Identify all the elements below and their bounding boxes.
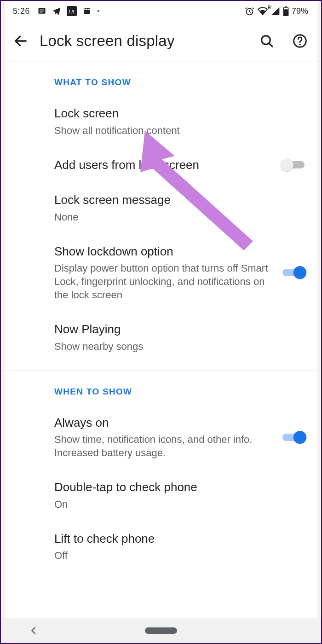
row-show-lockdown[interactable]: Show lockdown option Display power butto…: [5, 234, 317, 312]
lr-app-icon: LR: [67, 6, 77, 16]
svg-rect-9: [283, 9, 288, 16]
row-lock-screen-message[interactable]: Lock screen message None: [5, 182, 317, 234]
row-title: Lift to check phone: [54, 531, 306, 546]
row-add-users[interactable]: Add users from lock screen: [5, 147, 317, 183]
section-header-what-to-show: WHAT TO SHOW: [5, 62, 317, 96]
row-subtitle: Show time, notification icons, and other…: [54, 433, 271, 459]
toggle-always-on[interactable]: [281, 430, 306, 445]
row-title: Lock screen message: [54, 192, 306, 208]
row-now-playing[interactable]: Now Playing Show nearby songs: [5, 312, 317, 363]
search-icon[interactable]: [259, 34, 274, 48]
row-subtitle: Show nearby songs: [54, 340, 306, 353]
more-dot-icon: •: [97, 7, 100, 15]
wifi-icon: R: [257, 6, 268, 16]
row-title: Show lockdown option: [54, 244, 271, 259]
message-icon: [37, 6, 46, 16]
svg-line-12: [269, 43, 272, 46]
row-title: Now Playing: [54, 322, 306, 337]
movie-icon: [82, 6, 92, 16]
row-title: Double-tap to check phone: [54, 480, 306, 495]
status-bar: 5:26 LR •: [5, 2, 317, 20]
row-subtitle: Off: [54, 549, 306, 562]
battery-pct: 79%: [292, 6, 308, 16]
row-title: Lock screen: [54, 106, 306, 121]
toggle-add-users[interactable]: [281, 157, 306, 172]
row-double-tap[interactable]: Double-tap to check phone On: [5, 470, 317, 521]
back-icon[interactable]: [13, 33, 29, 49]
svg-rect-2: [40, 11, 44, 11]
row-subtitle: Show all notification content: [54, 124, 306, 137]
row-subtitle: Display power button option that turns o…: [54, 261, 271, 302]
battery-icon: [283, 6, 289, 16]
row-subtitle: None: [54, 210, 306, 224]
alarm-icon: [245, 6, 254, 16]
cell-signal-icon: [271, 6, 280, 16]
help-icon[interactable]: [293, 34, 307, 48]
row-title: Add users from lock screen: [54, 157, 271, 173]
nav-home-pill[interactable]: [145, 627, 177, 634]
row-title: Always on: [54, 415, 271, 430]
svg-rect-1: [40, 10, 44, 10]
app-bar: Lock screen display: [5, 20, 317, 62]
telegram-icon: [52, 6, 61, 16]
toggle-show-lockdown[interactable]: [281, 265, 306, 280]
svg-text:LR: LR: [68, 9, 75, 14]
row-subtitle: On: [54, 498, 306, 511]
system-nav-bar: [1, 618, 321, 643]
status-time: 5:26: [13, 6, 30, 16]
row-lock-screen[interactable]: Lock screen Show all notification conten…: [5, 96, 317, 147]
roaming-badge: R: [268, 5, 271, 10]
svg-point-14: [299, 43, 300, 45]
row-always-on[interactable]: Always on Show time, notification icons,…: [5, 405, 317, 470]
svg-rect-3: [40, 12, 43, 12]
row-lift-to-check[interactable]: Lift to check phone Off: [5, 521, 317, 573]
page-title: Lock screen display: [40, 32, 248, 50]
section-header-when-to-show: WHEN TO SHOW: [5, 371, 317, 405]
nav-back-icon[interactable]: [29, 626, 39, 636]
